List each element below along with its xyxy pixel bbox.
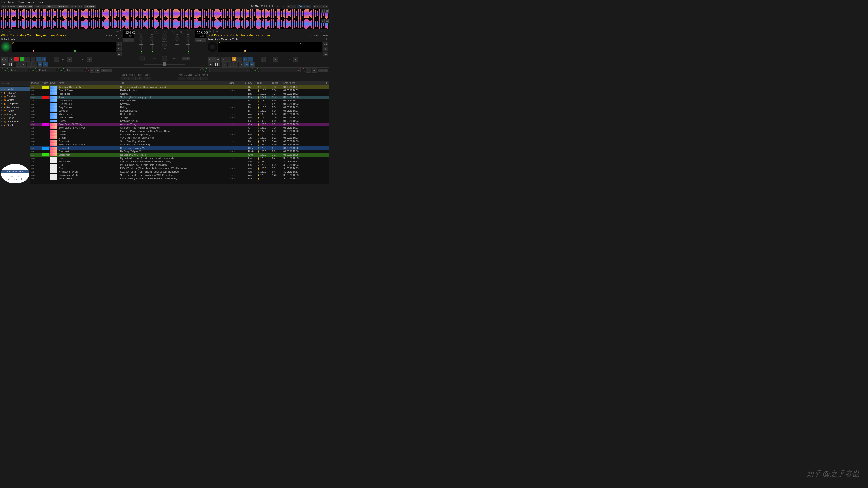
- deck2-hotcue-2[interactable]: 2: [226, 57, 231, 62]
- table-row[interactable]: ∩ ▸ Sister Sledge Lost In Music (Dimitri…: [30, 177, 329, 180]
- fx-super-knob[interactable]: [205, 68, 209, 72]
- star-button[interactable]: ★★: [117, 42, 122, 46]
- mic1-button[interactable]: +: [121, 76, 128, 80]
- split-button[interactable]: SPLIT: [182, 57, 190, 60]
- headphone-main-icon[interactable]: ∩: [162, 30, 166, 34]
- eject-button[interactable]: ⏏: [117, 52, 122, 56]
- deck1-loop-set[interactable]: ⟲: [54, 57, 59, 62]
- fx-select-filter[interactable]: Filter▼: [10, 68, 28, 72]
- table-row[interactable]: ∩ ▸ Only Children Falling · · · · · D♭ 🔒…: [30, 106, 329, 109]
- table-row[interactable]: ∩ ▸ Lovebirds Donwanchooback · · · · · D…: [30, 109, 329, 112]
- table-row[interactable]: ∩ ▸ Scott Garcia Ft. MC Styles A London …: [30, 126, 329, 129]
- effects-button[interactable]: EFFECTS: [56, 4, 69, 8]
- overview-wave-deck2[interactable]: ⊟ ⊞: [0, 19, 329, 29]
- deck2-fx2[interactable]: FX2: [215, 30, 221, 33]
- cue-marker-3[interactable]: 3: [244, 50, 246, 52]
- deck2-cue-button[interactable]: CUE: [208, 57, 215, 62]
- deck2-loop-set[interactable]: ⟲: [260, 57, 266, 62]
- table-row[interactable]: ∩ ▸ Deep & Disco Feel the Rhythm · · · ·…: [30, 89, 329, 92]
- deck1-hotcue-4[interactable]: 4: [31, 57, 35, 62]
- mixer-button[interactable]: MIXER: [46, 4, 56, 8]
- deck2-loop-out[interactable]: ⊐: [248, 57, 253, 62]
- fx-select-echo[interactable]: Echo▼: [66, 68, 84, 72]
- fx-knob[interactable]: [251, 68, 254, 72]
- fx-expand-button[interactable]: ▣: [95, 68, 100, 72]
- table-row[interactable]: ∩ ▸ Demuir Mindset - Progress Waits For …: [30, 129, 329, 133]
- repeat-button[interactable]: ↻: [117, 47, 122, 51]
- deck2-hotcue-6[interactable]: 6: [228, 62, 233, 67]
- deck1-bpm-display[interactable]: 126.02 0.00: [123, 30, 134, 38]
- fx-knob[interactable]: [200, 68, 204, 72]
- wave-sync-button[interactable]: ⊞: [325, 9, 329, 13]
- deck1-play-button[interactable]: ▶: [1, 62, 7, 66]
- deck2-cue-prev[interactable]: ◀: [215, 57, 220, 62]
- head-mix-knob[interactable]: [162, 56, 167, 61]
- deck1-quantize[interactable]: ▦: [37, 62, 42, 67]
- star-button[interactable]: ★★: [323, 42, 328, 46]
- tree-item-analyze[interactable]: ▸◉Analyze: [0, 112, 30, 116]
- deck2-bpm-display[interactable]: 118.00 0.00: [195, 30, 206, 38]
- fx-enable-button[interactable]: ✕: [306, 68, 311, 72]
- table-row[interactable]: ∩ ▸ Two Door Cinema Club Bad Decisions (…: [30, 86, 329, 89]
- deck1-hotcue-8[interactable]: 8: [32, 62, 37, 67]
- headphone-icon[interactable]: ∩: [154, 30, 158, 34]
- micaux-button[interactable]: MIC/AUX: [84, 4, 96, 8]
- tree-item-serato[interactable]: ▸◐Serato: [0, 123, 30, 127]
- big-library-button[interactable]: BIG LIBRARY: [1, 4, 17, 8]
- key-options-icon[interactable]: ⋮: [120, 30, 122, 33]
- fx-super-knob[interactable]: [33, 68, 37, 72]
- deck1-key[interactable]: B♭: [116, 30, 119, 33]
- table-row[interactable]: ∩ ▸ Luvless Castles in the Sky · · · · ·…: [30, 119, 329, 123]
- table-row[interactable]: ∩ ▸ Chic My Forbidden Lover (Dimitri Fro…: [30, 163, 329, 167]
- deck2-pause-button[interactable]: ❚❚: [214, 62, 220, 66]
- cue-marker-2[interactable]: 2: [74, 50, 76, 52]
- deck1-pause-button[interactable]: ❚❚: [7, 62, 13, 66]
- deck2-waveform[interactable]: C 1:05 0:32 3: [218, 42, 322, 52]
- mic2-button[interactable]: +: [128, 76, 135, 80]
- deck2-key[interactable]: B♭: [323, 30, 325, 33]
- menu-help[interactable]: Help: [38, 1, 43, 3]
- tree-item-tracks[interactable]: ▸♪Tracks: [0, 87, 30, 91]
- deck2-play-button[interactable]: ▶: [208, 62, 213, 66]
- deck2-hotcue-5[interactable]: 5: [222, 62, 227, 67]
- repeat-button[interactable]: ↻: [323, 47, 328, 51]
- table-row[interactable]: ∩ ▸ Scott Garcia Ft. MC Styles A London …: [30, 123, 329, 126]
- overview-wave-deck1[interactable]: ⊟ ⊞: [0, 8, 329, 19]
- deck1-slip[interactable]: ▧: [43, 62, 48, 67]
- gain-knob[interactable]: [139, 36, 143, 41]
- fx-knob[interactable]: [1, 68, 4, 72]
- volume-fader[interactable]: [152, 41, 153, 51]
- tree-item-crates[interactable]: ▸▣Crates: [0, 98, 30, 102]
- waveforms-button[interactable]: WAVEFORMS: [17, 4, 33, 8]
- deck1-loop-toggle[interactable]: ▸: [67, 57, 72, 62]
- table-row[interactable]: ∩ ▸ Blackstreet No Diggity (Sylow Remix)…: [30, 153, 329, 157]
- deck2-quantize[interactable]: ▦: [244, 62, 249, 67]
- wave-zoom-button[interactable]: ⊟: [321, 9, 324, 13]
- deck1-fx1[interactable]: FX1: [1, 30, 7, 33]
- table-row[interactable]: ∩ ▸ Martin Hayes Bobby's Theme · · · · ·…: [30, 112, 329, 116]
- keylock-icon[interactable]: C: [219, 42, 220, 45]
- fx1-label[interactable]: FX 1 ▼: [101, 69, 112, 72]
- gain-knob[interactable]: [186, 36, 190, 41]
- table-row[interactable]: ∩ ▸ Scott Garcia Ft. MC Styles A London …: [30, 143, 329, 147]
- key-options-icon[interactable]: ⋮: [326, 30, 328, 33]
- deck1-hotcue-3[interactable]: 3: [25, 57, 30, 62]
- head-gain-knob[interactable]: [139, 56, 145, 61]
- deck2-loop-in[interactable]: ⊏: [243, 57, 248, 62]
- aux2-button[interactable]: +: [186, 76, 193, 80]
- balance-knob[interactable]: [162, 43, 167, 47]
- table-row[interactable]: ∩ ▸ Ron Basejam Love Don't Wait · · · · …: [30, 99, 329, 102]
- gain-knob[interactable]: [175, 36, 179, 41]
- deck1-beatjump[interactable]: ▸: [87, 57, 92, 62]
- 4decks-button[interactable]: 4 DECKS: [34, 4, 46, 8]
- fx-select-empty[interactable]: ▼: [260, 68, 301, 72]
- volume-fader[interactable]: [188, 41, 188, 51]
- deck2-hotcue-1[interactable]: 1: [221, 57, 226, 62]
- wave-sync-button[interactable]: ⊞: [325, 19, 329, 23]
- deck2-hotcue-3[interactable]: 3: [232, 57, 237, 62]
- deck2-loop-toggle[interactable]: ▸: [273, 57, 278, 62]
- deck1-hotcue-1[interactable]: 1: [14, 57, 19, 62]
- table-row[interactable]: ∩ ▸ Chic My Forbidden Lover (Dimitri Fro…: [30, 157, 329, 160]
- table-row[interactable]: ∩ ▸ Crackazat I'll Be There (Original Mi…: [30, 147, 329, 150]
- table-header[interactable]: Preview Color Cover Artist Title Rating …: [30, 81, 329, 86]
